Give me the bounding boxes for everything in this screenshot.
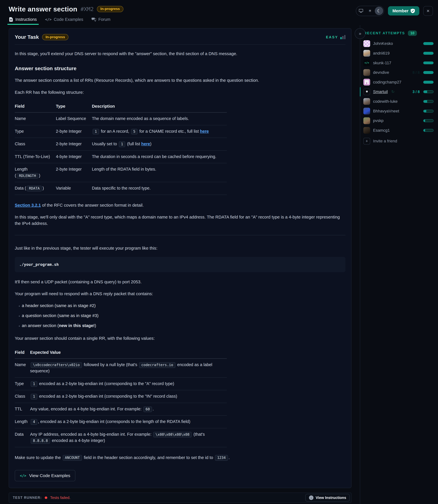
- table-cell: Class: [15, 138, 56, 150]
- progress-bar: [423, 90, 434, 93]
- avatar: [363, 40, 370, 47]
- table-cell: 1 for an A record, 5 for a CNAME record …: [92, 125, 227, 138]
- theme-switcher: ☀ ☾: [356, 6, 384, 16]
- table-cell: TTL (Time-To-Live): [15, 150, 56, 163]
- document-icon: [9, 17, 13, 22]
- column-header: Field: [15, 347, 30, 358]
- paragraph: In this stage, we'll only deal with the …: [15, 214, 346, 227]
- table-row: Length4, encoded as a 2-byte big-endian …: [15, 415, 227, 428]
- inline-link[interactable]: Section 3.2.1: [15, 203, 41, 208]
- avatar: [363, 69, 370, 76]
- inline-link[interactable]: here: [141, 142, 150, 146]
- table-row: Length (RDLENGTH)2-byte IntegerLength of…: [15, 163, 227, 182]
- inline-code: 1: [93, 129, 99, 134]
- paragraph: Your answer section should contain a sin…: [15, 335, 346, 341]
- inline-code: 5: [131, 129, 138, 134]
- tab-code-examples[interactable]: </> Code Examples: [45, 17, 83, 25]
- table-row: DataAny IP address, encoded as a 4-byte …: [15, 428, 227, 447]
- sun-icon[interactable]: ☀: [366, 7, 374, 15]
- table-cell: Length of the RDATA field in bytes.: [92, 163, 227, 182]
- stage-id: #XM2: [81, 6, 94, 12]
- attempts-count-badge: 10: [408, 31, 417, 36]
- inline-link[interactable]: here: [200, 129, 209, 134]
- progress-bar: [423, 100, 434, 103]
- inline-code: \x0ccodecrafters\x02io: [31, 362, 82, 368]
- table-cell: Any IP address, encoded as a 4-byte big-…: [30, 428, 227, 447]
- table-row: Data (RDATA)VariableData specific to the…: [15, 182, 227, 195]
- top-header: Write answer section #XM2 In-progress In…: [0, 0, 438, 25]
- code-block: ./your_program.sh: [15, 257, 346, 272]
- difficulty-label: EASY: [326, 35, 338, 39]
- progress-bar: [423, 129, 434, 132]
- task-panel: Your Task In-progress EASY In this stage…: [9, 28, 351, 488]
- avatar: [363, 79, 370, 86]
- inline-code: 1234: [215, 455, 228, 461]
- avatar: </>: [363, 59, 370, 66]
- avatar: [363, 117, 370, 124]
- username-link[interactable]: BhhavyaVneet: [373, 109, 420, 113]
- test-runner-label: TEST RUNNER:: [13, 496, 42, 500]
- table-row: Name\x0ccodecrafters\x02io followed by a…: [15, 358, 227, 378]
- list-item: an answer section (new in this stage!): [22, 322, 346, 329]
- refresh-icon: ↻: [391, 90, 409, 94]
- username-link[interactable]: andrii619: [373, 51, 420, 56]
- progress-bar: [423, 71, 434, 74]
- attempt-row: BhhavyaVneet: [363, 108, 434, 115]
- member-button[interactable]: Member: [388, 6, 419, 15]
- inline-code: 60: [143, 406, 152, 412]
- table-cell: \x0ccodecrafters\x02io followed by a nul…: [30, 358, 227, 378]
- attempt-row: devndive8 / 8: [363, 69, 434, 76]
- divider: [15, 235, 346, 235]
- view-code-examples-button[interactable]: </> View Code Examples: [15, 470, 75, 481]
- close-icon[interactable]: ×: [423, 6, 433, 16]
- invite-friend-button[interactable]: + Invite a friend: [363, 138, 434, 145]
- list-item: a question section (same as in stage #3): [22, 313, 346, 319]
- table-cell: Data (RDATA): [15, 182, 56, 195]
- avatar: [363, 127, 370, 134]
- system-theme-icon[interactable]: [357, 7, 365, 15]
- table-row: Class2-byte IntegerUsually set to 1 (ful…: [15, 138, 227, 150]
- column-header: Description: [92, 101, 227, 112]
- arrow-down-circle-icon: ↓: [309, 495, 313, 500]
- column-header: Field: [15, 101, 56, 112]
- inline-code: 1: [31, 394, 37, 400]
- app-window: Write answer section #XM2 In-progress In…: [0, 0, 438, 504]
- rr-structure-table: Field Type Description NameLabel Sequenc…: [15, 101, 227, 195]
- username-link[interactable]: skunk-117: [373, 61, 420, 65]
- username-link[interactable]: codingchamp27: [373, 80, 420, 85]
- username-link[interactable]: Esamcg1: [373, 128, 420, 133]
- tab-label: Code Examples: [54, 17, 83, 22]
- progress-bar: [423, 42, 434, 45]
- paragraph: It'll then send a UDP packet (containing…: [15, 279, 346, 285]
- stage-count: 3 / 8: [413, 90, 420, 94]
- inline-code: RDLENGTH: [17, 173, 38, 179]
- username-link[interactable]: pvskp: [373, 118, 420, 123]
- attempt-row: pvskp: [363, 117, 434, 124]
- list-item: a header section (same as in stage #2): [22, 302, 346, 309]
- table-cell: Class: [15, 390, 30, 403]
- main-content: Your Task In-progress EASY In this stage…: [0, 25, 360, 504]
- paragraph: Make sure to update the ANCOUNT field in…: [15, 454, 346, 461]
- attempt-row: codingchamp27: [363, 78, 434, 86]
- table-cell: 2-byte Integer: [56, 125, 92, 138]
- view-instructions-button[interactable]: ↓ View Instructions: [305, 494, 350, 502]
- shield-check-icon: [411, 9, 415, 13]
- expected-values-table: Field Expected Value Name\x0ccodecrafter…: [15, 347, 227, 447]
- collapse-sidebar-button[interactable]: »: [355, 28, 365, 39]
- username-link[interactable]: codewith-luke: [373, 99, 420, 104]
- code-icon: </>: [20, 474, 26, 478]
- paragraph: Each RR has the following structure:: [15, 89, 346, 96]
- tab-forum[interactable]: Forum: [92, 17, 110, 25]
- table-cell: Usually set to 1 (full list here): [92, 138, 227, 150]
- username-link[interactable]: Smartuil: [373, 90, 388, 94]
- avatar: [363, 98, 370, 105]
- tab-instructions[interactable]: Instructions: [9, 17, 37, 25]
- table-cell: Name: [15, 358, 30, 378]
- moon-icon[interactable]: ☾: [375, 7, 383, 15]
- tab-label: Instructions: [15, 17, 37, 22]
- table-cell: 4-byte Integer: [56, 150, 92, 163]
- table-cell: Data: [15, 428, 30, 447]
- username-link[interactable]: devndive: [373, 70, 410, 75]
- table-cell: Variable: [56, 182, 92, 195]
- username-link[interactable]: JohnKesko: [373, 41, 420, 46]
